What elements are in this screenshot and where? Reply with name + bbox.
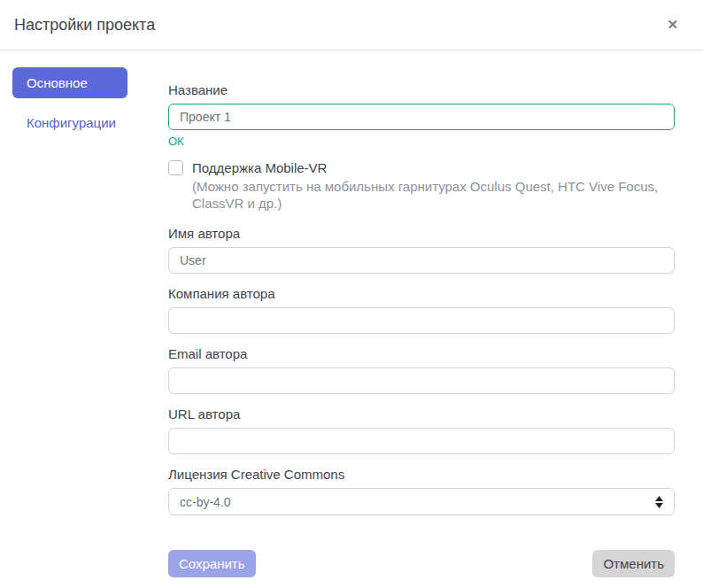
save-button[interactable]: Сохранить — [168, 550, 256, 577]
project-settings-modal: Настройки проекта ✕ Основное Конфигураци… — [0, 0, 703, 588]
mobile-vr-label[interactable]: Поддержка Mobile-VR — [192, 160, 327, 175]
license-select-wrap: cc-by-4.0 — [168, 488, 675, 515]
modal-title: Настройки проекта — [14, 16, 689, 35]
modal-body: Основное Конфигурации Название ОК Поддер… — [0, 50, 703, 588]
author-url-input[interactable] — [168, 428, 675, 454]
author-url-group: URL автора — [168, 406, 675, 454]
mobile-vr-checkbox[interactable] — [168, 160, 183, 175]
project-name-label: Название — [168, 82, 675, 97]
author-name-label: Имя автора — [168, 226, 675, 241]
settings-form: Название ОК Поддержка Mobile-VR (Можно з… — [168, 50, 675, 588]
sidebar: Основное Конфигурации — [12, 50, 168, 588]
project-name-input[interactable] — [168, 104, 675, 130]
tab-configurations[interactable]: Конфигурации — [12, 107, 127, 138]
author-company-label: Компания автора — [168, 286, 675, 301]
author-company-input[interactable] — [168, 307, 675, 334]
author-email-group: Email автора — [168, 346, 675, 394]
modal-header: Настройки проекта ✕ — [0, 0, 703, 50]
validation-ok-text: ОК — [168, 135, 675, 148]
author-name-group: Имя автора — [168, 226, 675, 274]
tab-main[interactable]: Основное — [12, 67, 127, 98]
license-label: Лицензия Creative Commons — [168, 467, 675, 482]
author-url-label: URL автора — [168, 406, 675, 422]
sidebar-nav: Основное Конфигурации — [12, 67, 127, 138]
license-group: Лицензия Creative Commons cc-by-4.0 — [168, 467, 675, 515]
mobile-vr-group: Поддержка Mobile-VR (Можно запустить на … — [168, 160, 675, 212]
license-select[interactable]: cc-by-4.0 — [168, 488, 675, 515]
modal-footer: Сохранить Отменить — [168, 550, 675, 577]
project-name-group: Название ОК — [168, 82, 675, 148]
mobile-vr-row: Поддержка Mobile-VR — [168, 160, 675, 175]
close-icon[interactable]: ✕ — [661, 12, 684, 36]
cancel-button[interactable]: Отменить — [592, 550, 675, 577]
author-email-label: Email автора — [168, 346, 675, 361]
author-email-input[interactable] — [168, 368, 675, 394]
mobile-vr-description: (Можно запустить на мобильных гарнитурах… — [192, 178, 675, 212]
author-company-group: Компания автора — [168, 286, 675, 334]
author-name-input[interactable] — [168, 247, 675, 274]
